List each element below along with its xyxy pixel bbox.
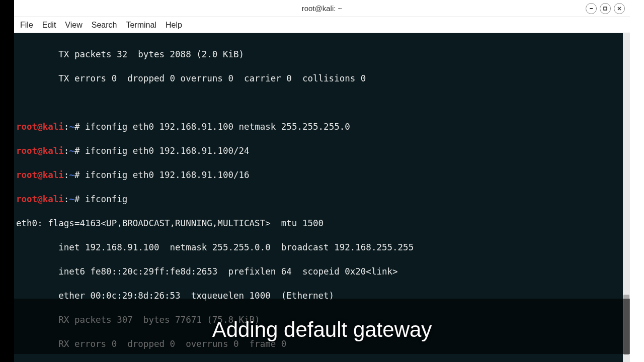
menubar: File Edit View Search Terminal Help (14, 17, 630, 33)
output-line: eth0: flags=4163<UP,BROADCAST,RUNNING,MU… (16, 217, 628, 229)
menu-edit[interactable]: Edit (42, 21, 56, 30)
command: ifconfig (79, 194, 127, 204)
command: ifconfig eth0 192.168.91.100/24 (79, 146, 249, 156)
minimize-icon (589, 6, 594, 11)
prompt-user: root@kali (16, 122, 64, 132)
svg-rect-1 (604, 7, 607, 10)
scrollbar[interactable] (623, 33, 630, 362)
menu-view[interactable]: View (65, 21, 82, 30)
terminal[interactable]: TX packets 32 bytes 2088 (2.0 KiB) TX er… (14, 33, 630, 362)
window-title: root@kali: ~ (302, 4, 343, 13)
titlebar: root@kali: ~ (14, 0, 630, 17)
output-line: RX errors 0 dropped 0 overruns 0 frame 0 (16, 338, 628, 350)
maximize-button[interactable] (600, 3, 611, 14)
close-icon (617, 6, 622, 11)
command: ifconfig eth0 192.168.91.100 netmask 255… (79, 122, 350, 132)
output-line: inet 192.168.91.100 netmask 255.255.0.0 … (16, 241, 628, 253)
output-line: RX packets 307 bytes 77671 (75.8 KiB) (16, 314, 628, 326)
output-line: TX errors 0 dropped 0 overruns 0 carrier… (16, 72, 628, 84)
command: ifconfig eth0 192.168.91.100/16 (79, 170, 249, 180)
menu-file[interactable]: File (20, 21, 33, 30)
minimize-button[interactable] (586, 3, 597, 14)
menu-help[interactable]: Help (166, 21, 182, 30)
prompt-line: root@kali:~# ifconfig (16, 193, 628, 205)
output-line: inet6 fe80::20c:29ff:fe8d:2653 prefixlen… (16, 265, 628, 278)
prompt-user: root@kali (16, 170, 64, 180)
prompt-path: ~ (69, 122, 74, 132)
prompt-user: root@kali (16, 194, 64, 204)
close-button[interactable] (614, 3, 625, 14)
output-line: TX packets 32 bytes 2088 (2.0 KiB) (16, 48, 628, 60)
maximize-icon (603, 6, 608, 11)
window-controls (586, 3, 625, 14)
menu-terminal[interactable]: Terminal (126, 21, 156, 30)
prompt-path: ~ (69, 170, 74, 180)
prompt-user: root@kali (16, 146, 64, 156)
prompt-line: root@kali:~# ifconfig eth0 192.168.91.10… (16, 145, 628, 157)
prompt-line: root@kali:~# ifconfig eth0 192.168.91.10… (16, 121, 628, 133)
window-left-border (0, 0, 14, 362)
prompt-path: ~ (69, 194, 74, 204)
menu-search[interactable]: Search (92, 21, 117, 30)
scroll-thumb[interactable] (623, 295, 629, 355)
prompt-path: ~ (69, 146, 74, 156)
blank-line (16, 97, 628, 109)
prompt-line: root@kali:~# ifconfig eth0 192.168.91.10… (16, 169, 628, 181)
output-line: ether 00:0c:29:8d:26:53 txqueuelen 1000 … (16, 290, 628, 302)
